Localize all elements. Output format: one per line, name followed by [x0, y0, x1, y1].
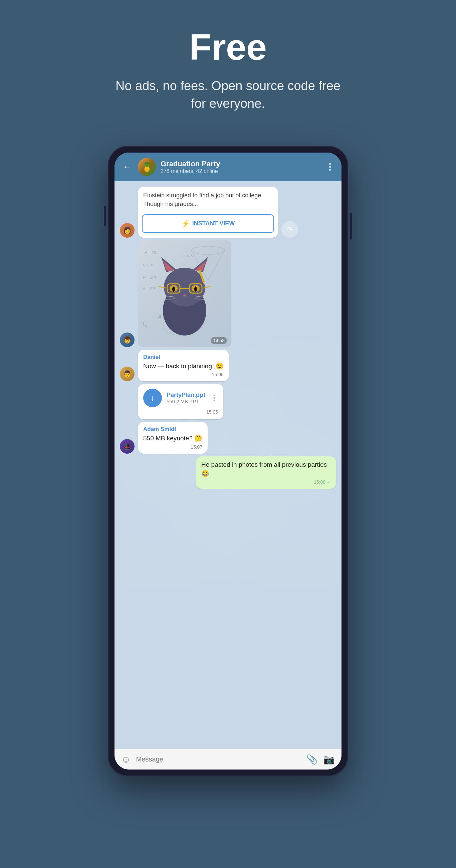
article-text: Einstein struggled to find a job out of …: [138, 187, 278, 211]
check-icon: ✓: [327, 479, 331, 485]
file-message-row: ↓ PartyPlan.ppt 550.2 MB PPT ⋮ 15:06: [120, 384, 336, 419]
avatar-guy: 👨: [120, 367, 134, 381]
message-row: 👩 Einstein struggled to find a job out o…: [120, 187, 336, 237]
outgoing-text: He pasted in photos from all previous pa…: [201, 460, 331, 478]
cat-sticker: [138, 240, 231, 347]
phone-screen: ← 🍍 Graduation Party 278 members, 42 onl…: [115, 153, 341, 770]
file-bubble: ↓ PartyPlan.ppt 550.2 MB PPT ⋮ 15:06: [138, 384, 223, 419]
file-meta: 15:06: [143, 409, 218, 415]
lightning-icon: ⚡: [181, 220, 190, 228]
adam-message-row: 🎩 Adam Smidt 550 MB keynote? 🤔 15:07: [120, 422, 336, 454]
sticker-background: A = πr² l = πr²... V = l³ P = 2πr A = πr…: [138, 240, 231, 347]
input-bar: ☺ 📎 📷: [115, 749, 341, 770]
outgoing-meta: 15:08 ✓: [201, 479, 331, 485]
file-info: PartyPlan.ppt 550.2 MB PPT: [166, 392, 205, 404]
adam-time: 15:07: [191, 444, 202, 450]
daniel-bubble: Daniel Now — back to planning. 😉 15:06: [138, 350, 229, 381]
outgoing-time: 15:08: [314, 479, 326, 485]
phone-side-button-right: [350, 213, 352, 239]
file-size: 550.2 MB PPT: [166, 399, 205, 404]
article-bubble-container: Einstein struggled to find a job out of …: [138, 187, 298, 237]
download-icon: ↓: [151, 393, 155, 403]
forward-icon: ↷: [287, 225, 293, 234]
daniel-message-row: 👨 Daniel Now — back to planning. 😉 15:06: [120, 350, 336, 381]
file-name: PartyPlan.ppt: [166, 392, 205, 399]
emoji-button[interactable]: ☺: [121, 754, 131, 765]
instant-view-label: INSTANT VIEW: [192, 220, 235, 227]
svg-point-26: [172, 286, 175, 292]
chat-info: Graduation Party 278 members, 42 online: [160, 160, 321, 174]
chat-avatar: 🍍: [138, 158, 156, 176]
chat-name: Graduation Party: [160, 160, 321, 168]
phone-wrapper: ← 🍍 Graduation Party 278 members, 42 onl…: [108, 146, 348, 776]
chat-header: ← 🍍 Graduation Party 278 members, 42 onl…: [115, 153, 341, 181]
forward-button[interactable]: ↷: [281, 221, 298, 238]
sticker-container: A = πr² l = πr²... V = l³ P = 2πr A = πr…: [138, 240, 231, 347]
phone-frame: ← 🍍 Graduation Party 278 members, 42 onl…: [108, 146, 348, 776]
download-button[interactable]: ↓: [143, 389, 162, 407]
file-more-button[interactable]: ⋮: [210, 393, 218, 403]
outgoing-message-row: He pasted in photos from all previous pa…: [120, 456, 336, 489]
adam-sender: Adam Smidt: [143, 426, 202, 433]
instant-view-button[interactable]: ⚡ INSTANT VIEW: [142, 214, 274, 233]
hero-subtitle: No ads, no fees. Open source code free f…: [111, 77, 345, 113]
chat-members: 278 members, 42 online: [160, 168, 321, 174]
article-bubble: Einstein struggled to find a job out of …: [138, 187, 278, 237]
daniel-text: Now — back to planning. 😉: [143, 362, 224, 371]
adam-bubble: Adam Smidt 550 MB keynote? 🤔 15:07: [138, 422, 208, 454]
camera-button[interactable]: 📷: [323, 754, 335, 765]
sticker-row: 👦 A = πr² l = πr²... V = l³ P = 2πr A = …: [120, 240, 336, 347]
phone-side-button-left: [104, 206, 106, 226]
adam-text: 550 MB keynote? 🤔: [143, 434, 202, 443]
attach-button[interactable]: 📎: [306, 754, 318, 765]
message-input[interactable]: [136, 755, 301, 763]
avatar-girl: 👩: [120, 223, 134, 238]
daniel-time: 15:06: [212, 372, 223, 377]
chat-more-button[interactable]: ⋮: [326, 162, 335, 172]
back-button[interactable]: ←: [121, 160, 133, 174]
svg-point-27: [194, 286, 197, 292]
hero-title: Free: [111, 27, 345, 67]
hero-section: Free No ads, no fees. Open source code f…: [98, 0, 358, 132]
outgoing-bubble: He pasted in photos from all previous pa…: [196, 456, 336, 489]
daniel-sender: Daniel: [143, 354, 224, 361]
daniel-meta: 15:06: [143, 372, 224, 377]
adam-meta: 15:07: [143, 444, 202, 450]
avatar-boy: 👦: [120, 333, 134, 347]
avatar-adam: 🎩: [120, 439, 134, 454]
messages-area: 👩 Einstein struggled to find a job out o…: [115, 181, 341, 749]
file-row: ↓ PartyPlan.ppt 550.2 MB PPT ⋮: [143, 389, 218, 407]
file-time: 15:06: [206, 409, 218, 415]
